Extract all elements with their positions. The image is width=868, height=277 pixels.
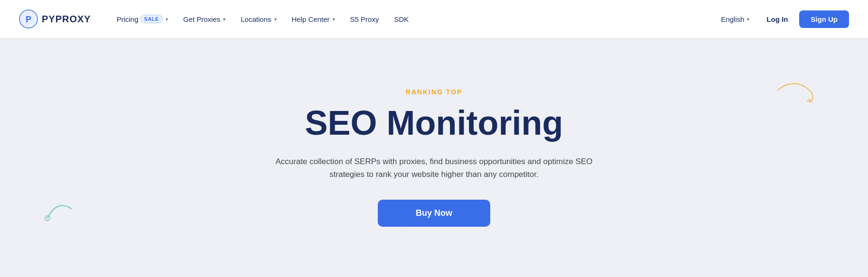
lang-label: English (721, 15, 744, 23)
hero-content: RANKING TOP SEO Monitoring Accurate coll… (254, 60, 615, 256)
nav-item-locations[interactable]: Locations ▾ (234, 11, 283, 27)
nav-s5-proxy-label: S5 Proxy (350, 15, 379, 23)
nav-sdk-label: SDK (394, 15, 409, 23)
svg-text:P: P (26, 15, 31, 24)
nav-right: English ▾ Log In Sign Up (715, 10, 849, 28)
nav-item-get-proxies[interactable]: Get Proxies ▾ (177, 11, 232, 27)
nav-item-pricing[interactable]: Pricing SALE ▾ (110, 11, 175, 27)
nav-get-proxies-label: Get Proxies (183, 15, 220, 23)
nav-item-s5-proxy[interactable]: S5 Proxy (344, 11, 386, 27)
chevron-down-icon: ▾ (223, 17, 225, 22)
signup-button[interactable]: Sign Up (799, 10, 849, 28)
deco-left (38, 190, 81, 230)
nav-item-help-center[interactable]: Help Center ▾ (285, 11, 342, 27)
hero-description: Accurate collection of SERPs with proxie… (263, 155, 605, 181)
logo[interactable]: P PYPROXY (19, 9, 91, 28)
hero-section: RANKING TOP SEO Monitoring Accurate coll… (0, 38, 868, 277)
nav-pricing-label: Pricing (117, 15, 139, 23)
nav-help-center-label: Help Center (292, 15, 330, 23)
nav-links: Pricing SALE ▾ Get Proxies ▾ Locations ▾… (110, 11, 715, 27)
chevron-down-icon: ▾ (166, 17, 168, 22)
navbar: P PYPROXY Pricing SALE ▾ Get Proxies ▾ L… (0, 0, 868, 38)
ranking-label: RANKING TOP (263, 88, 605, 96)
logo-icon: P (19, 9, 38, 28)
chevron-down-icon: ▾ (747, 17, 749, 22)
deco-right (773, 76, 821, 116)
nav-item-sdk[interactable]: SDK (387, 11, 415, 27)
hero-title: SEO Monitoring (263, 104, 605, 142)
nav-locations-label: Locations (241, 15, 271, 23)
sale-badge: SALE (140, 15, 163, 23)
language-selector[interactable]: English ▾ (715, 11, 755, 27)
chevron-down-icon: ▾ (274, 17, 277, 22)
chevron-down-icon: ▾ (333, 17, 335, 22)
brand-name: PYPROXY (42, 14, 91, 25)
buy-now-button[interactable]: Buy Now (378, 200, 490, 227)
login-button[interactable]: Log In (759, 11, 795, 27)
